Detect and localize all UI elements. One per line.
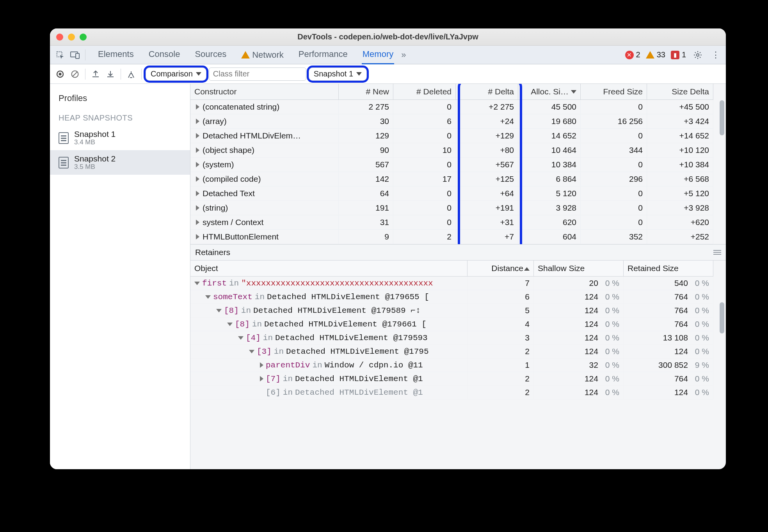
comparison-panel: Constructor # New # Deleted # Delta Allo… (190, 84, 726, 469)
warning-icon (646, 51, 654, 59)
table-row-constructor[interactable]: (concatenated string) (190, 100, 339, 114)
col-deleted[interactable]: # Deleted (393, 84, 456, 100)
retainer-row-object[interactable]: first in "xxxxxxxxxxxxxxxxxxxxxxxxxxxxxx… (190, 277, 468, 290)
table-row-constructor[interactable]: (string) (190, 201, 339, 215)
gc-icon[interactable] (125, 68, 137, 80)
table-row-constructor[interactable]: Detached Text (190, 186, 339, 201)
issues-pill[interactable]: ▮ 1 (671, 50, 686, 59)
more-tabs-button[interactable]: » (401, 50, 406, 60)
titlebar: DevTools - codepen.io/web-dot-dev/live/L… (50, 28, 726, 46)
settings-icon[interactable] (692, 49, 704, 61)
table-row-constructor[interactable]: system / Context (190, 215, 339, 230)
tab-sources[interactable]: Sources (194, 45, 227, 64)
table-cell-sizedelta: +45 500 (647, 100, 713, 114)
load-profile-icon[interactable] (89, 68, 102, 80)
table-cell-delta: +80 (456, 143, 518, 158)
snapshot-size: 3.4 MB (74, 138, 116, 146)
retainer-retained: 124 0 % (624, 386, 713, 399)
scrollbar[interactable] (720, 302, 724, 333)
chevron-down-icon (356, 72, 362, 76)
retainer-distance: 2 (468, 345, 534, 358)
retainer-shallow: 124 0 % (534, 290, 624, 304)
errors-pill[interactable]: ✕ 2 (625, 50, 640, 59)
table-cell-new: 30 (339, 114, 393, 129)
col-delta[interactable]: # Delta (456, 84, 518, 100)
device-toolbar-icon[interactable] (69, 49, 81, 61)
expand-icon (196, 176, 199, 182)
ret-col-object[interactable]: Object (190, 261, 468, 277)
retainers-menu-icon[interactable] (713, 250, 721, 255)
baseline-snapshot-dropdown[interactable]: Snapshot 1 (309, 67, 367, 81)
tab-performance[interactable]: Performance (298, 45, 348, 64)
snapshot-item[interactable]: Snapshot 13.4 MB (50, 126, 190, 150)
table-row-constructor[interactable]: HTMLButtonElement (190, 230, 339, 244)
view-mode-dropdown[interactable]: Comparison (146, 67, 206, 81)
tab-network[interactable]: Network (240, 45, 284, 64)
tab-console[interactable]: Console (148, 45, 181, 64)
ret-col-shallow[interactable]: Shallow Size (534, 261, 624, 277)
table-cell-freed: 352 (581, 230, 647, 244)
col-constructor[interactable]: Constructor (190, 84, 339, 100)
table-row-constructor[interactable]: Detached HTMLDivElem… (190, 129, 339, 143)
retainer-prop: parentDiv (266, 361, 310, 370)
warnings-pill[interactable]: 33 (646, 50, 665, 59)
table-cell-new: 64 (339, 186, 393, 201)
retainer-shallow: 124 0 % (534, 317, 624, 331)
table-cell-deleted: 17 (393, 172, 456, 186)
table-row-constructor[interactable]: (object shape) (190, 143, 339, 158)
retainer-retained: 764 0 % (624, 304, 713, 317)
expand-icon (196, 191, 199, 196)
col-new[interactable]: # New (339, 84, 393, 100)
table-cell-deleted: 6 (393, 114, 456, 129)
retainer-row-object[interactable]: [8] in Detached HTMLDivElement @179589 ⌐… (190, 304, 468, 317)
table-row-constructor[interactable]: (array) (190, 114, 339, 129)
class-filter-input[interactable] (209, 67, 306, 81)
table-cell-sizedelta: +10 120 (647, 143, 713, 158)
table-cell-new: 31 (339, 215, 393, 230)
retainer-distance: 1 (468, 358, 534, 372)
retainer-row-object[interactable]: parentDiv in Window / cdpn.io @11 (190, 358, 468, 372)
retainer-row-object[interactable]: someText in Detached HTMLDivElement @179… (190, 290, 468, 304)
table-cell-freed: 0 (581, 201, 647, 215)
tab-elements[interactable]: Elements (97, 45, 135, 64)
retainer-sep: in (283, 388, 293, 397)
retainer-target: "xxxxxxxxxxxxxxxxxxxxxxxxxxxxxxxxxxxxxx (241, 279, 433, 288)
col-alloc[interactable]: Alloc. Si… (518, 84, 581, 100)
constructor-name: Detached HTMLDivElem… (203, 131, 301, 140)
constructor-name: HTMLButtonElement (203, 232, 279, 241)
retainer-row-object[interactable]: [4] in Detached HTMLDivElement @179593 (190, 331, 468, 345)
save-profile-icon[interactable] (104, 68, 117, 80)
tab-network-label: Network (252, 50, 284, 60)
retainer-row-object[interactable]: [8] in Detached HTMLDivElement @179661 [ (190, 317, 468, 331)
warning-icon (241, 51, 250, 59)
retainer-prop: [6] (266, 388, 281, 397)
table-row-constructor[interactable]: (compiled code) (190, 172, 339, 186)
ret-col-distance[interactable]: Distance (468, 261, 534, 277)
issue-icon: ▮ (671, 51, 679, 59)
kebab-menu-icon[interactable]: ⋮ (709, 49, 722, 61)
col-sizedelta[interactable]: Size Delta (647, 84, 713, 100)
ret-col-retained[interactable]: Retained Size (624, 261, 713, 277)
retainer-row-object[interactable]: [7] in Detached HTMLDivElement @1 (190, 372, 468, 386)
retainer-target: Detached HTMLDivElement @179655 [ (267, 293, 429, 301)
expand-icon (196, 220, 199, 225)
constructor-name: (object shape) (203, 145, 254, 155)
tab-memory[interactable]: Memory (362, 45, 394, 64)
table-cell-sizedelta: +10 384 (647, 158, 713, 172)
panel-tabs: Elements Console Sources Network Perform… (97, 45, 394, 64)
clear-button[interactable] (69, 68, 81, 80)
table-cell-delta: +31 (456, 215, 518, 230)
scrollbar[interactable] (720, 100, 724, 135)
ret-col-distance-label: Distance (491, 264, 523, 273)
table-cell-sizedelta: +5 120 (647, 186, 713, 201)
retainer-sep: in (229, 279, 239, 288)
col-freed[interactable]: Freed Size (581, 84, 647, 100)
inspect-element-icon[interactable] (54, 49, 66, 61)
retainer-retained: 540 0 % (624, 277, 713, 290)
snapshot-item[interactable]: Snapshot 23.5 MB (50, 150, 190, 175)
record-button[interactable] (54, 68, 66, 80)
table-row-constructor[interactable]: (system) (190, 158, 339, 172)
retainer-row-object[interactable]: [3] in Detached HTMLDivElement @1795 (190, 345, 468, 358)
expand-icon (260, 362, 263, 368)
retainer-row-object[interactable]: [6] in Detached HTMLDivElement @1 (190, 386, 468, 399)
